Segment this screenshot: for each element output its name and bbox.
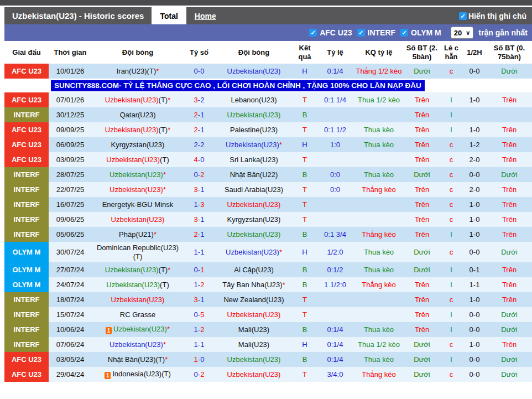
home-goals: 0: [194, 310, 198, 319]
odds-result-cell: [354, 307, 404, 322]
result-cell: T: [293, 122, 316, 137]
table-header-row: Giải đấuThời gianĐội bóngTỷ sốĐội bóngKế…: [4, 41, 532, 64]
filter-interf[interactable]: ✓INTERF: [357, 28, 396, 37]
team-name-part: Lebanon(U23): [231, 96, 277, 104]
halftime-score-cell: 1-2: [462, 137, 487, 152]
checkbox-checked-icon[interactable]: ✓: [357, 29, 365, 37]
odd-even-cell: l: [440, 227, 462, 242]
away-goals: 1: [200, 340, 204, 349]
team-name-part: Indonesia(U23)(T): [112, 370, 171, 378]
home-goals: 0: [194, 370, 198, 379]
goals-over25-cell: Dưới: [404, 352, 440, 367]
match-row: INTERF15/07/24RC Grasse0-5Uzbekistan(U23…: [4, 307, 532, 322]
result-cell: H: [293, 337, 316, 352]
league-filters: ✓AFC U23✓INTERF✓OLYM M: [309, 28, 441, 37]
home-team: Dominican Republic(U23)(T): [92, 242, 184, 262]
away-goals: 1: [200, 248, 204, 256]
team-name-part: Mali(U23): [238, 325, 269, 334]
col-odd_even: Lẻ c hẵn: [440, 41, 462, 64]
home-goals: 3: [194, 296, 198, 304]
odd-even-cell-value: l: [451, 96, 452, 104]
goals-over25-cell-value: Trên: [415, 111, 429, 119]
filter-afc-u23[interactable]: ✓AFC U23: [309, 28, 352, 37]
recent-count-select[interactable]: 20 ∨: [451, 27, 474, 39]
away-goals: 1: [200, 230, 204, 239]
result-cell-value: T: [302, 185, 307, 194]
league-badge: AFC U23: [4, 352, 49, 367]
league-badge: INTERF: [4, 227, 49, 242]
checkbox-checked-icon[interactable]: ✓: [309, 29, 317, 37]
col-league: Giải đấu: [4, 41, 49, 64]
team-name-part: *: [279, 141, 282, 149]
top-strip: [0, 0, 532, 6]
halftime-score-cell: 1-0: [462, 227, 487, 242]
match-row: OLYM M30/07/24Dominican Republic(U23)(T)…: [4, 242, 532, 262]
odd-even-cell-value: l: [451, 310, 452, 319]
match-row: AFC U2303/09/25Uzbekistan(U23)(T)4-0Sri …: [4, 152, 532, 167]
goals-over25-cell-value: Trên: [415, 310, 429, 319]
odd-even-cell-value: c: [450, 156, 453, 164]
red-card-icon: 1: [105, 372, 111, 379]
team-name-part: Uzbekistan(U23): [106, 156, 160, 164]
team-name-part: Qatar(U23): [119, 111, 155, 119]
promo-banner-link[interactable]: SUNCITY888.COM- TỶ LỆ THẮNG CỰC CAO , LỐ…: [51, 80, 425, 91]
home-team: Energetyk-BGU Minsk: [92, 197, 184, 212]
team-name-part: New Zealand(U23): [223, 296, 284, 304]
home-team: Uzbekistan(U23): [92, 212, 184, 227]
goals-over075-cell-value: Trên: [502, 340, 517, 349]
tab-home[interactable]: Home: [186, 7, 225, 24]
tab-total[interactable]: Total: [152, 7, 186, 24]
result-cell: B: [293, 262, 316, 277]
goals-over075-cell: Trên: [487, 152, 532, 167]
away-team: Kyrgyzstan(U23): [215, 212, 293, 227]
odds-result-cell: [354, 152, 404, 167]
away-team: Uzbekistan(U23): [215, 197, 293, 212]
odds-result-cell: Thắng kèo: [354, 227, 404, 242]
match-date: 03/09/25: [49, 152, 92, 167]
odd-even-cell: l: [440, 262, 462, 277]
odds-result-cell: Thắng kèo: [354, 367, 404, 382]
team-name-part: (T): [159, 96, 168, 104]
match-date: 07/06/24: [49, 337, 92, 352]
show-notes-toggle[interactable]: ✓ Hiển thị ghi chú: [459, 7, 532, 24]
away-goals: 1: [200, 126, 204, 134]
home-goals: 1: [194, 281, 198, 289]
match-score: 0-2: [184, 167, 215, 182]
league-badge: INTERF: [4, 212, 49, 227]
match-row: INTERF07/06/24Uzbekistan(U23)*1-1Mali(U2…: [4, 337, 532, 352]
result-cell-value: H: [302, 248, 307, 256]
odd-even-cell: c: [440, 137, 462, 152]
away-goals: 1: [200, 185, 204, 194]
filter-label: AFC U23: [320, 28, 352, 37]
away-team: Lebanon(U23): [215, 92, 293, 107]
match-row: INTERF18/07/24Uzbekistan(U23)3-1New Zeal…: [4, 292, 532, 307]
result-cell-value: T: [302, 310, 307, 319]
away-goals: 2: [200, 325, 204, 334]
league-badge: OLYM M: [4, 242, 49, 262]
result-cell: T: [293, 92, 316, 107]
goals-over075-cell-value: Dưới: [501, 170, 518, 179]
goals-over075-cell: [487, 107, 532, 122]
home-goals: 2: [194, 230, 198, 239]
league-badge: AFC U23: [4, 137, 49, 152]
match-row: AFC U2303/05/24Nhật Bản(U23)(T)*1-0Uzbek…: [4, 352, 532, 367]
match-date: 07/01/26: [49, 92, 92, 107]
team-name-part: *: [163, 170, 166, 179]
result-cell: B: [293, 277, 316, 292]
team-name-part: Uzbekistan(U23): [111, 296, 165, 304]
team-name-part: Uzbekistan(U23): [227, 310, 281, 319]
home-team: Uzbekistan(U23): [92, 292, 184, 307]
match-date: 09/06/25: [49, 212, 92, 227]
result-cell-value: B: [302, 111, 307, 119]
odds-result-cell: Thua kèo: [354, 322, 404, 337]
odds-result-cell: Thua kèo: [354, 352, 404, 367]
match-score: 2-2: [184, 137, 215, 152]
filter-olym-m[interactable]: ✓OLYM M: [400, 28, 441, 37]
handicap-odds-cell: [316, 292, 354, 307]
match-date: 16/07/25: [49, 197, 92, 212]
halftime-score-cell: 0-1: [462, 262, 487, 277]
checkbox-checked-icon[interactable]: ✓: [400, 29, 408, 37]
odd-even-cell-value: l: [451, 111, 452, 119]
odds-result-cell: Thua kèo: [354, 137, 404, 152]
checkbox-checked-icon[interactable]: ✓: [459, 12, 467, 20]
